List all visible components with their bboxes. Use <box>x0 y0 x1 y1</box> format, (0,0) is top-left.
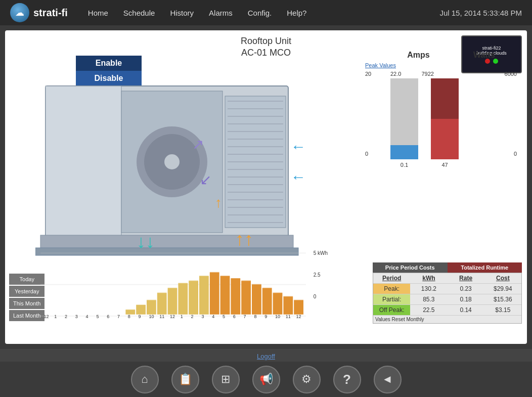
energy-chart-canvas <box>40 248 321 319</box>
help-icon: ? <box>343 372 351 387</box>
totalized-runtime-tab[interactable]: Totalized Runtime <box>448 262 522 273</box>
bottom-nav: ⌂ 📋 ⊞ 📢 ⚙ ? ◄ <box>0 362 532 397</box>
amps-bottom-label: 0.1 <box>390 162 418 168</box>
period-peak-cost: $29.94 <box>484 284 521 294</box>
price-table-header: Price Period Costs Totalized Runtime <box>373 262 522 273</box>
period-buttons: Today Yesterday This Month Last Month <box>9 274 45 321</box>
price-table-inner: Period kWh Rate Cost Peak: 130.2 0.23 $2… <box>373 273 522 324</box>
nav-history[interactable]: History <box>170 6 194 20</box>
logoff-link[interactable]: Logoff <box>257 352 275 360</box>
period-peak-kwh: 130.2 <box>410 284 447 294</box>
watts-bar-current <box>431 119 459 159</box>
hvac-unit-graphic: ↓↓ ↑↑ ← ← ↑ ↙ ↗ <box>35 51 334 278</box>
today-button[interactable]: Today <box>9 274 45 285</box>
nav-back-button[interactable]: ◄ <box>374 366 402 393</box>
nav-alarms[interactable]: Alarms <box>209 6 233 20</box>
svg-text:↑: ↑ <box>215 195 222 210</box>
price-row-offpeak: Off Peak: 22.5 0.14 $3.15 <box>373 305 521 316</box>
svg-text:←: ← <box>291 138 306 155</box>
period-offpeak-rate: 0.14 <box>448 305 484 315</box>
home-icon: ⌂ <box>141 373 148 386</box>
nav-alarm-button[interactable]: 📢 <box>252 366 280 393</box>
price-row-peak: Peak: 130.2 0.23 $29.94 <box>373 284 521 294</box>
period-partial-label: Partial: <box>373 294 410 304</box>
nav-grid-button[interactable]: ⊞ <box>212 366 240 393</box>
price-table-header-row: Period kWh Rate Cost <box>373 273 521 284</box>
period-offpeak-cost: $3.15 <box>484 305 521 315</box>
period-partial-rate: 0.18 <box>448 294 484 304</box>
amps-peak-label: 22.0 <box>390 71 401 77</box>
settings-icon: ⚙ <box>301 373 312 386</box>
yesterday-button[interactable]: Yesterday <box>9 286 45 297</box>
period-peak-rate: 0.23 <box>448 284 484 294</box>
svg-text:↑↑: ↑↑ <box>235 229 253 249</box>
nav-help-button[interactable]: ? <box>333 366 361 393</box>
unit-title-line1: Rooftop Unit <box>5 35 527 47</box>
schedule-icon: 📋 <box>179 373 192 386</box>
back-icon: ◄ <box>382 373 393 386</box>
col-cost-header: Cost <box>484 273 521 283</box>
logoff-bar: Logoff <box>0 349 532 363</box>
main-content: Rooftop Unit AC-01 MCO strati-fi22 build… <box>5 30 527 344</box>
amps-watts-panel: Amps Watts Peak Values 20 0 6000 0 22.0 … <box>365 51 517 172</box>
svg-text:←: ← <box>291 168 306 185</box>
nav-schedule-button[interactable]: 📋 <box>171 366 199 393</box>
peak-values-link[interactable]: Peak Values <box>365 62 517 68</box>
main-nav: Home Schedule History Alarms Config. Hel… <box>88 6 440 20</box>
price-period-tab[interactable]: Price Period Costs <box>373 262 448 273</box>
this-month-button[interactable]: This Month <box>9 298 45 309</box>
col-period-header: Period <box>373 273 410 283</box>
amps-bar-container <box>390 78 418 159</box>
values-reset-note: Values Reset Monthly <box>373 316 521 323</box>
col-kwh-header: kWh <box>410 273 447 283</box>
hvac-svg: ↓↓ ↑↑ ← ← ↑ ↙ ↗ <box>35 51 324 263</box>
logo-icon: ☁ <box>10 3 29 22</box>
nav-config[interactable]: Config. <box>248 6 272 20</box>
last-month-button[interactable]: Last Month <box>9 310 45 321</box>
svg-text:↙: ↙ <box>200 172 211 188</box>
period-peak-label: Peak: <box>373 284 410 294</box>
chart-y-labels: 5 kWh 2.5 0 <box>314 249 328 301</box>
period-offpeak-label: Off Peak: <box>373 305 410 315</box>
watts-peak-label: 7922 <box>421 71 433 77</box>
period-offpeak-kwh: 22.5 <box>410 305 447 315</box>
period-partial-kwh: 85.3 <box>410 294 447 304</box>
grid-icon: ⊞ <box>221 373 230 386</box>
y-axis-6000: 6000 <box>505 71 517 77</box>
price-row-partial: Partial: 85.3 0.18 $15.36 <box>373 294 521 305</box>
svg-rect-1 <box>46 86 121 238</box>
logo-area: ☁ strati-fi <box>10 3 68 22</box>
nav-home[interactable]: Home <box>88 6 108 20</box>
watts-bar-container <box>431 78 459 159</box>
nav-settings-button[interactable]: ⚙ <box>293 366 321 393</box>
price-period-table: Price Period Costs Totalized Runtime Per… <box>373 262 522 324</box>
y-axis-0-left: 0 <box>365 151 371 157</box>
amps-bar-current <box>390 145 418 159</box>
col-rate-header: Rate <box>448 273 484 283</box>
period-partial-cost: $15.36 <box>484 294 521 304</box>
y-axis-0-right: 0 <box>505 151 517 157</box>
svg-point-5 <box>164 154 180 169</box>
svg-text:↗: ↗ <box>192 137 204 152</box>
header: ☁ strati-fi Home Schedule History Alarms… <box>0 0 532 25</box>
y-axis-20: 20 <box>365 71 371 77</box>
alarm-icon: 📢 <box>259 373 273 386</box>
logo-text: strati-fi <box>33 7 68 19</box>
nav-schedule[interactable]: Schedule <box>123 6 155 20</box>
nav-home-button[interactable]: ⌂ <box>131 366 159 393</box>
watts-bottom-label: 47 <box>431 162 459 168</box>
amps-watts-title: Amps Watts <box>365 51 517 60</box>
amps-label: Amps <box>407 51 429 60</box>
nav-help[interactable]: Help? <box>287 6 306 20</box>
energy-chart: 5 kWh 2.5 0 <box>40 248 329 326</box>
watts-label: Watts <box>473 51 495 60</box>
datetime-display: Jul 15, 2014 5:33:48 PM <box>439 9 522 17</box>
